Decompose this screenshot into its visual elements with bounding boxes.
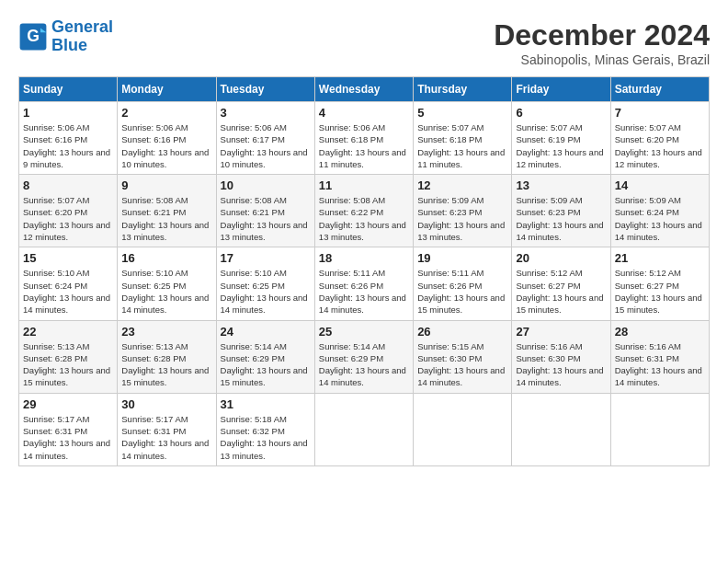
day-info: Sunrise: 5:14 AMSunset: 6:29 PMDaylight:… [221,340,311,389]
day-cell: 25Sunrise: 5:14 AMSunset: 6:29 PMDayligh… [314,320,413,393]
day-info: Sunrise: 5:07 AMSunset: 6:20 PMDaylight:… [615,121,705,170]
day-number: 16 [121,251,211,265]
logo-line2: Blue [51,36,87,54]
day-number: 22 [23,325,113,339]
day-cell [512,393,610,465]
day-info: Sunrise: 5:10 AMSunset: 6:24 PMDaylight:… [23,267,113,316]
day-number: 19 [417,251,507,265]
day-cell: 5Sunrise: 5:07 AMSunset: 6:18 PMDaylight… [414,102,512,175]
day-number: 12 [417,178,507,192]
day-number: 10 [221,178,311,192]
day-cell: 8Sunrise: 5:07 AMSunset: 6:20 PMDaylight… [19,175,118,247]
day-info: Sunrise: 5:06 AMSunset: 6:18 PMDaylight:… [319,121,409,170]
day-number: 18 [319,251,409,265]
header-cell-tuesday: Tuesday [216,77,314,102]
day-number: 14 [615,178,705,192]
day-cell: 22Sunrise: 5:13 AMSunset: 6:28 PMDayligh… [19,320,118,393]
day-cell: 27Sunrise: 5:16 AMSunset: 6:30 PMDayligh… [512,320,610,393]
day-info: Sunrise: 5:08 AMSunset: 6:21 PMDaylight:… [221,194,311,243]
day-info: Sunrise: 5:06 AMSunset: 6:16 PMDaylight:… [121,121,211,170]
day-info: Sunrise: 5:18 AMSunset: 6:32 PMDaylight:… [221,413,311,462]
calendar-body: 1Sunrise: 5:06 AMSunset: 6:16 PMDaylight… [19,102,710,466]
calendar: SundayMondayTuesdayWednesdayThursdayFrid… [18,76,710,466]
day-number: 8 [23,178,113,192]
day-number: 28 [615,325,705,339]
day-cell: 3Sunrise: 5:06 AMSunset: 6:17 PMDaylight… [216,102,314,175]
day-cell: 12Sunrise: 5:09 AMSunset: 6:23 PMDayligh… [414,175,512,247]
day-info: Sunrise: 5:17 AMSunset: 6:31 PMDaylight:… [121,413,211,462]
day-number: 20 [516,251,606,265]
day-number: 5 [417,106,507,120]
day-number: 9 [121,178,211,192]
day-info: Sunrise: 5:09 AMSunset: 6:23 PMDaylight:… [417,194,507,243]
day-number: 2 [121,106,211,120]
day-info: Sunrise: 5:14 AMSunset: 6:29 PMDaylight:… [319,340,409,389]
day-number: 3 [221,106,311,120]
day-cell: 26Sunrise: 5:15 AMSunset: 6:30 PMDayligh… [414,320,512,393]
day-info: Sunrise: 5:07 AMSunset: 6:19 PMDaylight:… [516,121,606,170]
day-number: 13 [516,178,606,192]
day-cell: 7Sunrise: 5:07 AMSunset: 6:20 PMDaylight… [610,102,709,175]
day-cell [610,393,709,465]
header-cell-friday: Friday [512,77,610,102]
day-info: Sunrise: 5:13 AMSunset: 6:28 PMDaylight:… [121,340,211,389]
day-cell [414,393,512,465]
month-title: December 2024 [494,18,710,52]
header-cell-monday: Monday [118,77,216,102]
day-cell: 10Sunrise: 5:08 AMSunset: 6:21 PMDayligh… [216,175,314,247]
day-cell: 24Sunrise: 5:14 AMSunset: 6:29 PMDayligh… [216,320,314,393]
day-info: Sunrise: 5:12 AMSunset: 6:27 PMDaylight:… [615,267,705,316]
day-info: Sunrise: 5:10 AMSunset: 6:25 PMDaylight:… [221,267,311,316]
day-cell: 9Sunrise: 5:08 AMSunset: 6:21 PMDaylight… [118,175,216,247]
day-cell: 28Sunrise: 5:16 AMSunset: 6:31 PMDayligh… [610,320,709,393]
day-cell: 11Sunrise: 5:08 AMSunset: 6:22 PMDayligh… [314,175,413,247]
week-row-2: 8Sunrise: 5:07 AMSunset: 6:20 PMDaylight… [19,175,710,247]
header-cell-sunday: Sunday [19,77,118,102]
day-number: 25 [319,325,409,339]
day-info: Sunrise: 5:12 AMSunset: 6:27 PMDaylight:… [516,267,606,316]
day-cell: 2Sunrise: 5:06 AMSunset: 6:16 PMDaylight… [118,102,216,175]
day-info: Sunrise: 5:07 AMSunset: 6:20 PMDaylight:… [23,194,113,243]
day-info: Sunrise: 5:06 AMSunset: 6:17 PMDaylight:… [221,121,311,170]
day-cell: 18Sunrise: 5:11 AMSunset: 6:26 PMDayligh… [314,247,413,320]
week-row-1: 1Sunrise: 5:06 AMSunset: 6:16 PMDaylight… [19,102,710,175]
day-number: 1 [23,106,113,120]
day-number: 24 [221,325,311,339]
location-title: Sabinopolis, Minas Gerais, Brazil [494,52,710,67]
day-number: 30 [121,397,211,411]
header-cell-thursday: Thursday [414,77,512,102]
week-row-5: 29Sunrise: 5:17 AMSunset: 6:31 PMDayligh… [19,393,710,465]
day-cell: 4Sunrise: 5:06 AMSunset: 6:18 PMDaylight… [314,102,413,175]
day-cell: 17Sunrise: 5:10 AMSunset: 6:25 PMDayligh… [216,247,314,320]
day-info: Sunrise: 5:09 AMSunset: 6:24 PMDaylight:… [615,194,705,243]
day-number: 31 [221,397,311,411]
day-cell: 23Sunrise: 5:13 AMSunset: 6:28 PMDayligh… [118,320,216,393]
day-number: 26 [417,325,507,339]
day-info: Sunrise: 5:10 AMSunset: 6:25 PMDaylight:… [121,267,211,316]
logo-icon: G [18,22,48,52]
day-cell: 6Sunrise: 5:07 AMSunset: 6:19 PMDaylight… [512,102,610,175]
day-cell: 31Sunrise: 5:18 AMSunset: 6:32 PMDayligh… [216,393,314,465]
day-info: Sunrise: 5:17 AMSunset: 6:31 PMDaylight:… [23,413,113,462]
day-cell [314,393,413,465]
day-number: 23 [121,325,211,339]
day-info: Sunrise: 5:08 AMSunset: 6:21 PMDaylight:… [121,194,211,243]
title-area: December 2024 Sabinopolis, Minas Gerais,… [494,18,710,67]
header: G General Blue December 2024 Sabinopolis… [18,18,710,67]
day-cell: 15Sunrise: 5:10 AMSunset: 6:24 PMDayligh… [19,247,118,320]
day-cell: 13Sunrise: 5:09 AMSunset: 6:23 PMDayligh… [512,175,610,247]
day-number: 29 [23,397,113,411]
day-info: Sunrise: 5:11 AMSunset: 6:26 PMDaylight:… [319,267,409,316]
day-info: Sunrise: 5:09 AMSunset: 6:23 PMDaylight:… [516,194,606,243]
week-row-3: 15Sunrise: 5:10 AMSunset: 6:24 PMDayligh… [19,247,710,320]
day-number: 27 [516,325,606,339]
day-info: Sunrise: 5:16 AMSunset: 6:31 PMDaylight:… [615,340,705,389]
day-info: Sunrise: 5:13 AMSunset: 6:28 PMDaylight:… [23,340,113,389]
day-info: Sunrise: 5:11 AMSunset: 6:26 PMDaylight:… [417,267,507,316]
header-cell-wednesday: Wednesday [314,77,413,102]
day-info: Sunrise: 5:08 AMSunset: 6:22 PMDaylight:… [319,194,409,243]
day-number: 6 [516,106,606,120]
svg-text:G: G [27,27,40,45]
day-cell: 21Sunrise: 5:12 AMSunset: 6:27 PMDayligh… [610,247,709,320]
day-number: 4 [319,106,409,120]
